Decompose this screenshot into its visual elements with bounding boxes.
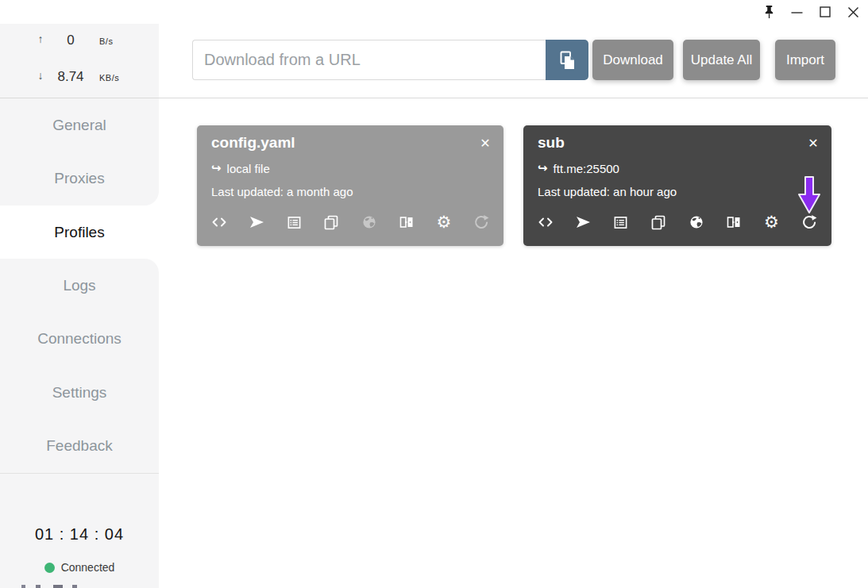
minimize-button[interactable] [786, 0, 807, 24]
sidebar-item-profiles[interactable]: Profiles [0, 206, 159, 259]
delete-profile-button[interactable]: ✕ [475, 133, 496, 153]
duplicate-button[interactable] [322, 213, 341, 232]
rules-list-icon [613, 215, 628, 230]
rules-button[interactable] [611, 213, 631, 232]
globe-icon [689, 214, 704, 230]
pushpin-glyph [763, 4, 775, 20]
paste-url-button[interactable] [546, 40, 588, 80]
send-to-core-button[interactable] [573, 213, 592, 232]
compare-button[interactable] [724, 213, 743, 232]
status-dot-icon [44, 563, 55, 573]
sidebar-item-logs[interactable]: Logs [0, 259, 159, 312]
rules-button[interactable] [284, 213, 303, 232]
maximize-button[interactable] [815, 0, 835, 24]
upload-speed-value: 0 [46, 33, 95, 48]
refresh-profile-button [472, 213, 491, 232]
profile-source-row: ↪ local file [211, 161, 270, 175]
gear-icon: ⚙ [764, 213, 779, 231]
sidebar-item-proxies[interactable]: Proxies [0, 152, 159, 205]
compare-pages-icon [726, 214, 742, 230]
send-icon [575, 214, 592, 230]
redirect-arrow-icon: ↪ [538, 161, 548, 175]
edit-code-button[interactable] [536, 213, 555, 232]
profile-action-bar: ⚙ [523, 213, 831, 232]
profile-source-row: ↪ ftt.me:25500 [538, 161, 619, 175]
refresh-icon [801, 214, 817, 230]
clipped-bottom-text [21, 585, 90, 588]
gear-icon: ⚙ [436, 213, 451, 231]
sidebar: ↑ 0 B/s ↓ 8.74 KB/s General Proxies Prof… [0, 24, 159, 588]
upload-speed-row: ↑ 0 B/s [0, 33, 159, 52]
update-all-button[interactable]: Update All [683, 40, 760, 80]
close-icon [847, 6, 859, 18]
connection-status: Connected [0, 561, 159, 574]
status-label: Connected [61, 561, 115, 574]
send-to-core-button[interactable] [247, 213, 266, 232]
sidebar-item-general[interactable]: General [0, 98, 159, 152]
profile-card-sub[interactable]: sub ✕ ↪ ftt.me:25500 Last updated: an ho… [523, 125, 831, 246]
profile-source: ftt.me:25500 [554, 162, 619, 175]
download-button[interactable]: Download [592, 40, 673, 80]
profile-action-bar: ⚙ [197, 213, 503, 232]
edit-code-button[interactable] [210, 213, 229, 232]
sidebar-item-feedback[interactable]: Feedback [0, 419, 159, 472]
title-bar [0, 0, 868, 24]
globe-icon [361, 214, 377, 230]
refresh-profile-button[interactable] [800, 213, 819, 232]
duplicate-button[interactable] [649, 213, 668, 232]
redirect-arrow-icon: ↪ [211, 161, 222, 175]
web-preview-button [360, 213, 379, 232]
header-divider [0, 98, 868, 98]
copy-icon [650, 214, 666, 230]
rules-list-icon [287, 215, 302, 230]
maximize-icon [820, 6, 831, 17]
web-preview-button[interactable] [687, 213, 706, 232]
upload-arrow-icon: ↑ [35, 33, 46, 45]
profile-name: config.yaml [211, 134, 295, 152]
profile-last-updated: Last updated: a month ago [211, 185, 353, 198]
refresh-icon [473, 214, 489, 230]
profile-card-config-yaml[interactable]: config.yaml ✕ ↪ local file Last updated:… [197, 125, 503, 246]
send-icon [249, 214, 265, 230]
copy-document-icon [557, 50, 577, 71]
url-input[interactable] [192, 40, 546, 80]
code-icon [538, 214, 554, 230]
profile-source: local file [227, 162, 270, 175]
code-icon [211, 214, 227, 230]
download-speed-value: 8.74 [46, 69, 95, 85]
profile-name: sub [538, 134, 565, 152]
pin-icon[interactable] [758, 0, 779, 24]
download-speed-row: ↓ 8.74 KB/s [0, 69, 159, 88]
compare-button[interactable] [397, 213, 416, 232]
profile-settings-button[interactable]: ⚙ [434, 213, 453, 232]
connection-timer: 01 : 14 : 04 [0, 525, 159, 544]
sidebar-item-connections[interactable]: Connections [0, 312, 159, 365]
upload-speed-unit: B/s [99, 37, 113, 46]
download-speed-unit: KB/s [99, 73, 119, 83]
profile-last-updated: Last updated: an hour ago [538, 185, 677, 198]
compare-pages-icon [399, 214, 415, 230]
profile-settings-button[interactable]: ⚙ [762, 213, 781, 232]
delete-profile-button[interactable]: ✕ [803, 133, 824, 153]
download-arrow-icon: ↓ [35, 69, 46, 82]
sidebar-item-settings[interactable]: Settings [0, 366, 159, 419]
minimize-icon [791, 6, 803, 18]
copy-icon [323, 214, 339, 230]
import-button[interactable]: Import [775, 40, 835, 80]
close-button[interactable] [843, 0, 863, 24]
sidebar-divider [0, 473, 159, 474]
